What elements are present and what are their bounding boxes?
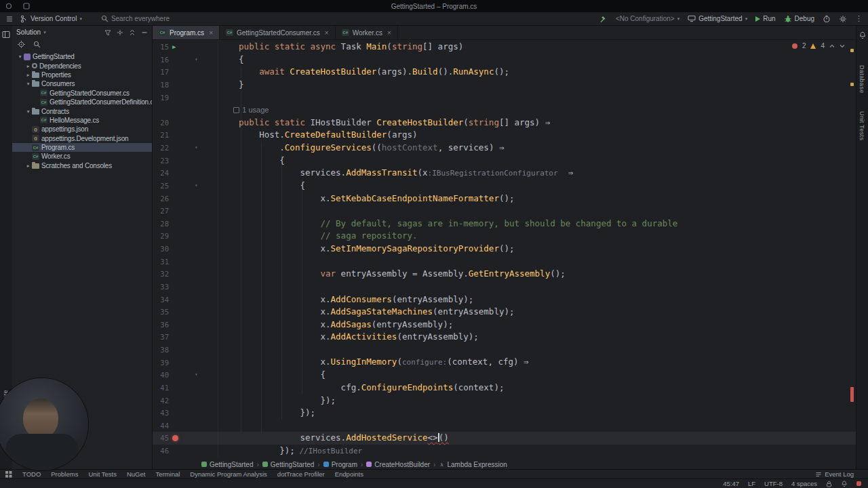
breadcrumb-item[interactable]: GettingStarted (262, 461, 314, 468)
tree-item[interactable]: C#HelloMessage.cs (12, 116, 152, 125)
tree-item[interactable]: C#GettingStartedConsumer.cs (12, 89, 152, 98)
close-tab-icon[interactable]: × (209, 29, 213, 37)
gutter[interactable]: 33 (153, 281, 218, 293)
code-line[interactable]: 43}); (153, 407, 856, 420)
editor-tab[interactable]: C#Worker.cs× (336, 26, 398, 39)
toolwindow-button[interactable]: Unit Tests (88, 470, 117, 478)
tree-item[interactable]: {}appsettings.json (12, 125, 152, 134)
toolwindow-button[interactable]: NuGet (127, 470, 145, 478)
gutter[interactable]: 43 (153, 407, 218, 420)
code-line[interactable]: 19 (153, 92, 856, 104)
inspection-widget[interactable]: 2 4 (792, 42, 845, 49)
gutter[interactable]: 45 (153, 432, 218, 445)
code-line[interactable]: 42}); (153, 394, 856, 407)
code-line[interactable]: 20public static IHostBuilder CreateHostB… (153, 117, 856, 129)
run-target-select[interactable]: GettingStarted ▾ (688, 15, 747, 22)
line-ending[interactable]: LF (748, 480, 755, 487)
code-line[interactable]: 34x.AddConsumers(entryAssembly); (153, 293, 856, 306)
debug-button[interactable]: Debug (784, 15, 814, 23)
gutter[interactable]: 16▾ (153, 54, 218, 66)
tree-chevron-icon[interactable]: ▸ (24, 163, 32, 169)
code-line[interactable]: 16▾{ (153, 54, 856, 66)
gutter[interactable]: 28 (153, 218, 218, 230)
hamburger-menu-icon[interactable] (5, 15, 14, 23)
code-editor[interactable]: 15▶public static async Task Main(string[… (153, 39, 856, 460)
code-line[interactable]: 30x.SetInMemorySagaRepositoryProvider(); (153, 243, 856, 256)
gutter[interactable]: 22▾ (153, 142, 218, 155)
file-encoding[interactable]: UTF-8 (764, 480, 783, 487)
code-line[interactable]: 45services.AddHostedService<>() (153, 432, 856, 445)
toolwindow-stripe-button[interactable]: Unit Tests (859, 111, 865, 140)
code-line[interactable]: 44 (153, 420, 856, 432)
filter-icon[interactable] (104, 29, 111, 36)
code-line[interactable]: 17await CreateHostBuilder(args).Build().… (153, 66, 856, 79)
tree-item[interactable]: C#Worker.cs (12, 152, 152, 161)
breadcrumb-item[interactable]: Program (323, 461, 357, 468)
gutter[interactable]: 36 (153, 319, 218, 331)
code-line[interactable]: 37x.AddActivities(entryAssembly); (153, 331, 856, 344)
code-line[interactable]: 38 (153, 344, 856, 357)
breadcrumb-item[interactable]: λLambda Expression (439, 461, 507, 468)
version-control-widget[interactable]: Version Control ▾ (20, 15, 82, 23)
gutter[interactable]: 19 (153, 92, 218, 104)
toolwindow-switcher-icon[interactable] (5, 470, 12, 478)
code-line[interactable]: 1 usage (153, 104, 856, 117)
toolwindow-button[interactable]: Problems (51, 470, 78, 478)
readonly-lock-icon[interactable] (826, 481, 832, 487)
tree-item[interactable]: C#GettingStartedConsumerDefinition.cs (12, 98, 152, 106)
code-line[interactable]: 26x.SetKebabCaseEndpointNameFormatter(); (153, 192, 856, 205)
tree-item[interactable]: ▾Consumers (12, 79, 152, 88)
gutter[interactable]: 26 (153, 192, 218, 205)
gutter[interactable]: 23 (153, 155, 218, 167)
gutter[interactable]: 46 (153, 445, 218, 458)
editor-tab[interactable]: C#Program.cs× (153, 26, 220, 39)
gutter[interactable]: 27 (153, 205, 218, 218)
fold-icon[interactable]: ▾ (195, 142, 198, 155)
close-tab-icon[interactable]: × (387, 29, 391, 37)
gutter[interactable]: 44 (153, 420, 218, 432)
window-menu-icon[interactable] (23, 3, 30, 9)
settings-gear-icon[interactable] (839, 15, 847, 23)
gutter[interactable]: 24 (153, 167, 218, 180)
search-everywhere[interactable]: Search everywhere (101, 15, 170, 22)
gutter[interactable]: 34 (153, 293, 218, 306)
locate-file-icon[interactable] (18, 41, 25, 48)
next-issue-icon[interactable] (840, 43, 845, 49)
code-line[interactable]: 35x.AddSagaStateMachines(entryAssembly); (153, 306, 856, 319)
caret-position[interactable]: 45:47 (723, 480, 739, 487)
build-hammer-icon[interactable] (599, 15, 608, 23)
notification-bell-icon[interactable] (841, 481, 848, 487)
tree-chevron-icon[interactable]: ▸ (24, 72, 32, 78)
run-method-gutter-icon[interactable]: ▶ (172, 41, 176, 54)
code-line[interactable]: 18} (153, 79, 856, 92)
tree-item[interactable]: ▸Scratches and Consoles (12, 161, 152, 170)
gutter[interactable]: 42 (153, 394, 218, 407)
gutter[interactable]: 37 (153, 331, 218, 344)
tree-item[interactable]: ▾GettingStarted (12, 52, 152, 61)
gutter[interactable]: 38 (153, 344, 218, 357)
more-options-icon[interactable]: ⋮ (855, 14, 863, 23)
gutter[interactable]: 41 (153, 382, 218, 394)
solution-toolwindow-icon[interactable] (2, 30, 10, 39)
scrollbar-warning-mark[interactable] (850, 49, 854, 52)
gutter[interactable]: 25▾ (153, 180, 218, 192)
gutter[interactable]: 31 (153, 256, 218, 268)
gutter[interactable]: 35 (153, 306, 218, 319)
tree-item[interactable]: ▸Dependencies (12, 61, 152, 70)
code-line[interactable]: 39x.UsingInMemory(configure:(context, cf… (153, 357, 856, 369)
breadcrumb-item[interactable]: CreateHostBuilder (366, 461, 430, 468)
toolwindow-button[interactable]: Dynamic Program Analysis (190, 470, 267, 478)
gutter[interactable]: 39 (153, 357, 218, 369)
tree-chevron-icon[interactable]: ▾ (16, 54, 24, 60)
gutter[interactable]: 17 (153, 66, 218, 79)
code-line[interactable]: 46}); //IHostBuilder (153, 445, 856, 458)
code-line[interactable]: 25▾{ (153, 180, 856, 192)
ide-error-badge[interactable] (856, 481, 861, 486)
code-line[interactable]: 21Host.CreateDefaultBuilder(args) (153, 129, 856, 142)
code-line[interactable]: 28// By default, sagas are in-memory, bu… (153, 218, 856, 230)
editor-tab[interactable]: C#GettingStartedConsumer.cs× (220, 26, 336, 39)
tree-chevron-icon[interactable]: ▾ (24, 81, 32, 87)
toolwindow-button[interactable]: dotTrace Profiler (277, 470, 325, 478)
toolwindow-button[interactable]: TODO (22, 470, 41, 478)
gutter[interactable]: 29 (153, 230, 218, 243)
